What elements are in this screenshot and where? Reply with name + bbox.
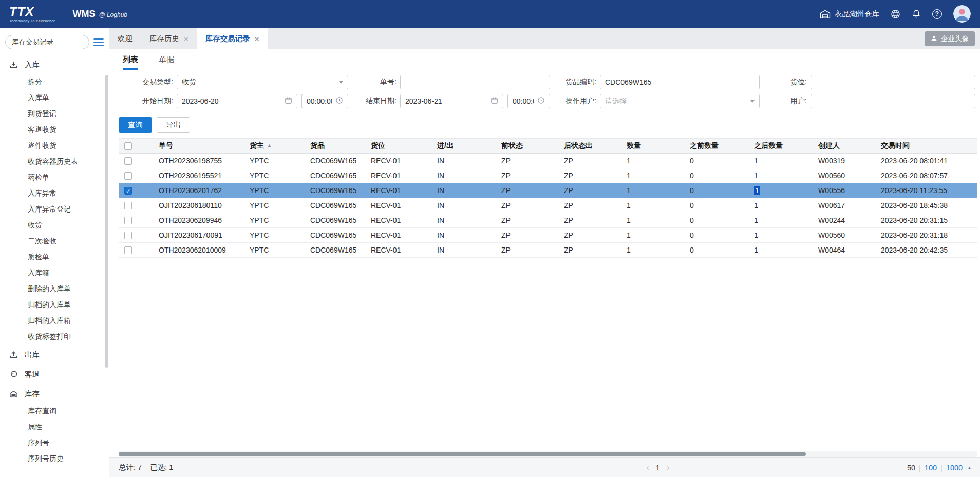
column-header[interactable]: 之后数量 (750, 139, 814, 154)
warehouse-selector[interactable]: 衣品湖州仓库 (820, 9, 879, 19)
sidebar-item[interactable]: 归档的入库箱 (0, 313, 109, 329)
sidebar-item[interactable]: 收货容器历史表 (0, 154, 109, 169)
sidebar-item[interactable]: 拆分 (0, 74, 109, 90)
close-tab-icon[interactable]: × (184, 35, 189, 43)
globe-icon[interactable] (891, 9, 900, 19)
tab[interactable]: 欢迎 (109, 28, 141, 49)
sidebar-section[interactable]: 客退 (0, 365, 109, 384)
start-time-input[interactable]: 00:00:00 (301, 94, 348, 108)
user-avatar[interactable] (953, 5, 971, 23)
sidebar-item[interactable]: 库存查询 (0, 403, 109, 419)
table-row[interactable]: OTH2023062010009YPTCCDC069W165RECV-01INZ… (119, 243, 977, 258)
sidebar-item[interactable]: 删除的入库单 (0, 281, 109, 297)
page-size-50[interactable]: 50 (907, 464, 915, 472)
column-header[interactable]: 货品 (306, 139, 367, 154)
column-header[interactable]: 后状态出 (560, 139, 623, 154)
ttx-logo[interactable]: TTX Technology To eXcellence (9, 6, 55, 23)
column-header[interactable]: 进/出 (433, 139, 497, 154)
horizontal-scrollbar[interactable] (119, 451, 977, 457)
page-size-1000[interactable]: 1000 (946, 464, 963, 472)
row-checkbox[interactable] (124, 217, 132, 224)
user-input[interactable] (811, 94, 975, 108)
bell-icon[interactable] (912, 9, 921, 18)
cell-time: 2023-06-20 11:23:55 (877, 183, 977, 198)
cell-qty: 1 (623, 168, 686, 183)
column-header-label: 后状态出 (564, 141, 593, 149)
select-all-checkbox[interactable] (124, 142, 132, 150)
column-header[interactable]: 创建人 (814, 139, 877, 154)
tab[interactable]: 库存历史× (141, 28, 197, 49)
table-row[interactable]: OTH202306195521YPTCCDC069W165RECV-01INZP… (119, 168, 977, 183)
column-header[interactable]: 数量 (623, 139, 686, 154)
sidebar-item[interactable]: 到货登记 (0, 106, 109, 122)
grid-body: OTH202306198755YPTCCDC069W165RECV-01INZP… (119, 154, 977, 258)
query-button[interactable]: 查询 (119, 117, 152, 133)
menu-toggle-icon[interactable] (93, 38, 104, 46)
cell-post_status: ZP (560, 213, 623, 228)
row-checkbox[interactable] (124, 202, 132, 209)
column-header[interactable]: 货主▲ (246, 139, 306, 154)
start-date-input[interactable]: 2023-06-20 (177, 94, 297, 108)
item-code-input[interactable] (600, 75, 760, 89)
sidebar-item[interactable]: 序列号 (0, 435, 109, 451)
sidebar-item[interactable]: 入库异常登记 (0, 201, 109, 217)
enterprise-avatar-button[interactable]: 企业头像 (925, 31, 975, 46)
current-page[interactable]: 1 (656, 464, 660, 472)
sidebar-item[interactable]: 入库异常 (0, 185, 109, 201)
help-icon[interactable]: ? (932, 9, 942, 19)
sidebar-item[interactable]: 客退收货 (0, 122, 109, 138)
end-date-input[interactable]: 2023-06-21 (400, 94, 503, 108)
location-input[interactable] (811, 75, 975, 89)
column-header[interactable]: 之前数量 (686, 139, 750, 154)
sidebar-item[interactable]: 归档的入库单 (0, 297, 109, 313)
table-row[interactable]: OJIT202306170091YPTCCDC069W165RECV-01INZ… (119, 228, 977, 243)
transaction-type-select[interactable]: 收货 (177, 75, 348, 89)
view-tab[interactable]: 列表 (123, 49, 138, 70)
sidebar-item[interactable]: 药检单 (0, 169, 109, 185)
menu-search-input[interactable] (5, 35, 89, 49)
end-time-input[interactable]: 00:00:00 (507, 94, 550, 108)
table-row[interactable]: OTH202306198755YPTCCDC069W165RECV-01INZP… (119, 154, 977, 168)
sidebar-scrollbar-thumb[interactable] (105, 75, 108, 368)
view-tab[interactable]: 单据 (159, 49, 174, 70)
sidebar-section[interactable]: 出库 (0, 346, 109, 364)
row-checkbox[interactable] (124, 157, 132, 165)
sidebar-item[interactable]: 收货标签打印 (0, 329, 109, 345)
scrollbar-thumb[interactable] (119, 452, 806, 456)
selected-count: 已选: 1 (150, 463, 173, 472)
sidebar-item[interactable]: 入库箱 (0, 265, 109, 281)
operator-select[interactable]: 请选择 (600, 94, 760, 108)
column-header[interactable]: 货位 (367, 139, 433, 154)
export-button[interactable]: 导出 (157, 117, 190, 133)
sidebar-section[interactable]: 库存 (0, 385, 109, 403)
prev-page-icon[interactable]: ‹ (646, 463, 649, 473)
cell-qty_before: 0 (686, 243, 750, 258)
cell-creator: W00319 (814, 154, 877, 168)
page-size-100[interactable]: 100 (925, 464, 937, 472)
sidebar-item[interactable]: 逐件收货 (0, 138, 109, 154)
sidebar-item[interactable]: 收货 (0, 217, 109, 233)
column-header[interactable]: 单号 (155, 139, 246, 154)
row-checkbox[interactable] (124, 232, 132, 239)
sidebar-item[interactable]: 序列号历史 (0, 451, 109, 467)
sidebar-item[interactable]: 入库单 (0, 90, 109, 106)
table-row[interactable]: OJIT202306180110YPTCCDC069W165RECV-01INZ… (119, 198, 977, 213)
page-size-expand-icon[interactable]: ▲ (967, 465, 972, 470)
table-row[interactable]: OTH202306201762YPTCCDC069W165RECV-01INZP… (119, 183, 977, 198)
cell-time: 2023-06-20 18:45:38 (877, 198, 977, 213)
tab[interactable]: 库存交易记录× (197, 28, 268, 49)
row-checkbox[interactable] (124, 172, 132, 180)
table-row[interactable]: OTH202306209946YPTCCDC069W165RECV-01INZP… (119, 213, 977, 228)
close-tab-icon[interactable]: × (255, 35, 259, 43)
row-checkbox[interactable] (124, 187, 132, 195)
cell-location: RECV-01 (367, 168, 433, 183)
sidebar-item[interactable]: 二次验收 (0, 233, 109, 249)
row-checkbox[interactable] (124, 246, 132, 254)
column-header[interactable]: 交易时间 (877, 139, 977, 154)
sidebar-item[interactable]: 质检单 (0, 249, 109, 265)
order-no-input[interactable] (400, 75, 550, 89)
next-page-icon[interactable]: › (667, 463, 670, 473)
sidebar-item[interactable]: 属性 (0, 419, 109, 435)
column-header[interactable]: 前状态 (497, 139, 560, 154)
sidebar-section[interactable]: 入库 (0, 55, 109, 74)
